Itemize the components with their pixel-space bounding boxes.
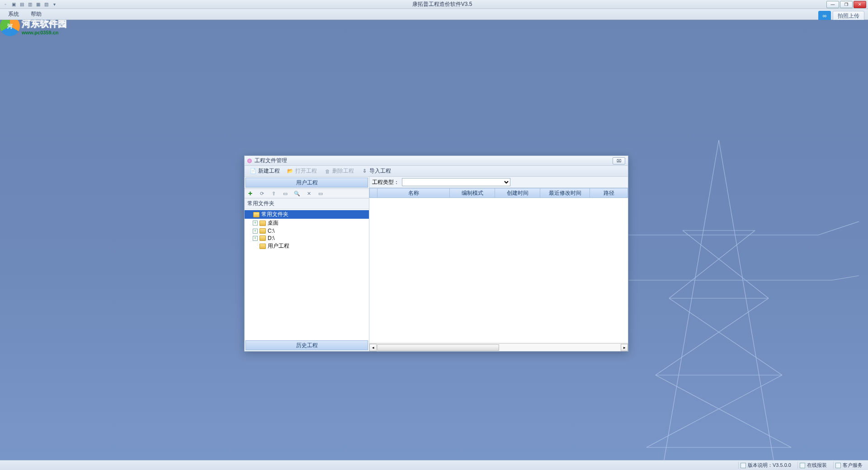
upload-button[interactable]: 拍照上传 [833,11,864,21]
workspace: 河 河东软件园 www.pc0359.cn 工程文件管理 ⌧ [0,20,868,470]
folder-icon [259,244,266,249]
menu-system[interactable]: 系统 [5,9,22,19]
cloud-icon[interactable]: ∞ [818,11,831,21]
folder-up-icon[interactable]: ⇪ [270,190,277,197]
folder-icon [259,235,266,241]
qat-icon[interactable]: ▧ [42,1,50,8]
col-modified[interactable]: 最近修改时间 [540,188,590,198]
col-created[interactable]: 创建时间 [495,188,540,198]
svg-line-10 [656,375,791,447]
dialog-titlebar[interactable]: 工程文件管理 ⌧ [245,156,628,166]
quick-access-toolbar: ▫ ▣ ▤ ▥ ▦ ▧ ▾ [2,1,58,8]
svg-line-6 [683,230,769,298]
right-pane: 工程类型： 名称 编制模式 创建时间 最近修改时间 路径 [369,177,628,351]
folder-icon[interactable]: ▭ [282,190,289,197]
maximize-button[interactable]: ❐ [840,1,853,8]
new-project-button[interactable]: 📄新建工程 [247,166,283,176]
app-title: 康拓普工程造价软件V3.5 [58,0,826,8]
history-projects-button[interactable]: 历史工程 [245,340,368,350]
close-button[interactable]: ✕ [854,1,866,8]
col-name[interactable]: 名称 [377,188,450,198]
scroll-right-icon[interactable]: ▸ [621,344,628,351]
watermark: 河 河东软件园 www.pc0359.cn [0,20,67,36]
dialog-title: 工程文件管理 [255,157,287,164]
scroll-left-icon[interactable]: ◂ [369,344,377,351]
status-version[interactable]: 版本说明：V3.5.0.0 [738,462,793,469]
expand-icon[interactable]: + [253,229,258,234]
svg-line-8 [669,298,782,375]
folder-icon [259,228,266,234]
project-type-select[interactable] [402,178,510,186]
tree-node-favorites[interactable]: 常用文件夹 [245,210,369,219]
project-file-manager-dialog: 工程文件管理 ⌧ 📄新建工程 📂打开工程 🗑删除工程 ⇩导入工程 用户工程 ✚ … [244,155,628,352]
delete-icon: 🗑 [324,168,330,174]
qat-open-icon[interactable]: ▣ [10,1,17,8]
folder-tree[interactable]: 常用文件夹 +桌面 +C:\ +D:\ 用户工程 [245,209,369,340]
col-path[interactable]: 路径 [590,188,628,198]
open-folder-icon: 📂 [287,168,293,174]
new-file-icon: 📄 [250,168,256,174]
qat-save-icon[interactable]: ▤ [18,1,25,8]
qat-dropdown-icon[interactable]: ▾ [51,1,58,8]
section-label: 常用文件夹 [245,198,369,209]
filter-row: 工程类型： [369,177,628,188]
statusbar: 版本说明：V3.5.0.0 在线报装 客户服务 [0,460,868,470]
more-icon[interactable]: ▭ [317,190,324,197]
folder-icon [253,212,259,217]
expand-icon[interactable]: + [253,236,258,241]
grid-h-scrollbar[interactable]: ◂ ▸ [369,343,628,351]
delete-project-button[interactable]: 🗑删除工程 [321,166,357,176]
watermark-name: 河东软件园 [22,20,67,30]
tree-node-user-projects[interactable]: 用户工程 [245,242,369,250]
dialog-icon [247,159,252,163]
tree-mini-toolbar: ✚ ⟳ ⇪ ▭ 🔍 ✕ ▭ [245,188,369,198]
import-project-button[interactable]: ⇩导入工程 [359,166,394,176]
menubar: 系统 帮助 [0,9,868,20]
qat-icon[interactable]: ▦ [34,1,42,8]
svg-line-1 [719,140,778,470]
svg-line-0 [660,140,719,470]
project-grid[interactable]: 名称 编制模式 创建时间 最近修改时间 路径 ◂ ▸ [369,188,628,351]
svg-line-7 [669,230,755,298]
svg-line-9 [656,298,769,375]
user-projects-button[interactable]: 用户工程 [245,178,368,188]
col-mode[interactable]: 编制模式 [450,188,495,198]
scroll-thumb[interactable] [377,344,499,351]
tree-node-c-drive[interactable]: +C:\ [245,227,369,235]
add-folder-icon[interactable]: ✚ [246,190,254,197]
svg-line-17 [832,276,859,280]
window-titlebar: ▫ ▣ ▤ ▥ ▦ ▧ ▾ 康拓普工程造价软件V3.5 — ❐ ✕ [0,0,868,9]
filter-label: 工程类型： [372,179,399,186]
watermark-url: www.pc0359.cn [22,30,67,35]
grid-body[interactable] [369,198,628,343]
refresh-icon[interactable]: ⟳ [258,190,265,197]
svg-line-11 [646,375,782,447]
left-pane: 用户工程 ✚ ⟳ ⇪ ▭ 🔍 ✕ ▭ 常用文件夹 常用文件夹 +桌面 + [245,177,369,351]
upgrade-icon [800,463,805,468]
folder-icon [259,221,266,226]
status-service[interactable]: 客户服务 [833,462,864,469]
info-icon [741,463,746,468]
import-icon: ⇩ [361,168,368,174]
site-logo-icon: 河 [0,20,20,36]
search-icon[interactable]: 🔍 [293,190,301,197]
qat-new-icon[interactable]: ▫ [2,1,9,8]
expand-icon[interactable]: + [253,221,258,226]
dialog-toolbar: 📄新建工程 📂打开工程 🗑删除工程 ⇩导入工程 [245,166,628,177]
tree-node-desktop[interactable]: +桌面 [245,219,369,227]
menu-help[interactable]: 帮助 [28,9,44,19]
tool-icon[interactable]: ✕ [305,190,312,197]
minimize-button[interactable]: — [826,1,839,8]
svg-line-15 [818,221,859,235]
status-online-upgrade[interactable]: 在线报装 [797,462,829,469]
row-header-corner [369,188,377,198]
dialog-close-button[interactable]: ⌧ [613,157,625,164]
qat-icon[interactable]: ▥ [26,1,33,8]
service-icon [835,463,841,468]
open-project-button[interactable]: 📂打开工程 [284,166,320,176]
tree-node-d-drive[interactable]: +D:\ [245,235,369,242]
grid-header: 名称 编制模式 创建时间 最近修改时间 路径 [369,188,628,198]
